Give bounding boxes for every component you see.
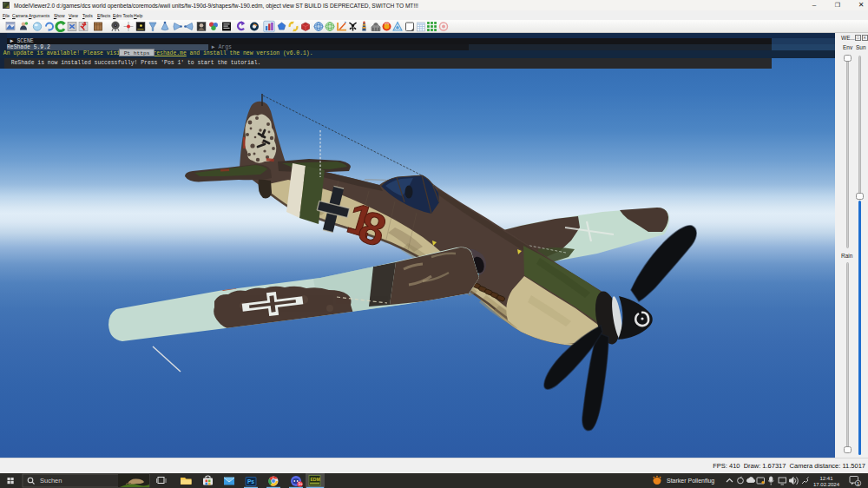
svg-text:9+: 9+ xyxy=(299,482,304,486)
svg-text:Suchen: Suchen xyxy=(40,477,62,485)
svg-text:17.02.2024: 17.02.2024 xyxy=(813,482,840,487)
svg-text:12:41: 12:41 xyxy=(819,476,833,481)
svg-text:EDM: EDM xyxy=(311,477,320,482)
svg-text:Starker Pollenflug: Starker Pollenflug xyxy=(667,478,714,485)
svg-text:Ps: Ps xyxy=(247,478,254,485)
svg-text:1: 1 xyxy=(857,481,859,486)
